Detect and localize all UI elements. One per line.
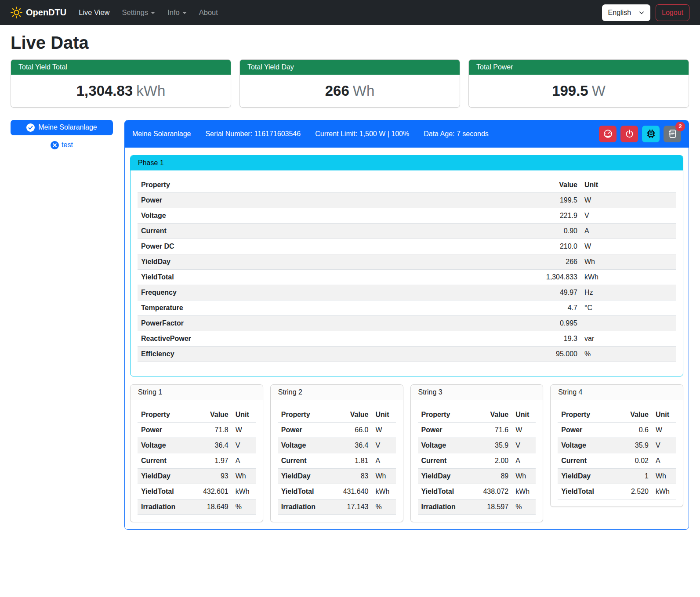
- brand-link[interactable]: OpenDTU: [11, 7, 66, 18]
- value-cell: 438.072: [472, 484, 512, 499]
- logout-button[interactable]: Logout: [656, 4, 689, 21]
- power-button[interactable]: [620, 126, 638, 142]
- card-value: 199.5: [552, 83, 588, 99]
- property-cell: YieldDay: [138, 468, 192, 484]
- value-cell: 266: [530, 254, 581, 269]
- sidebar-item-test[interactable]: test: [11, 141, 113, 149]
- value-cell: 0.6: [612, 422, 652, 438]
- column-value: Value: [192, 407, 232, 423]
- table-row: Voltage 221.9 V: [138, 208, 676, 223]
- card-value: 1,304.83: [76, 83, 133, 99]
- column-value: Value: [472, 407, 512, 423]
- table-row: YieldDay 89 Wh: [418, 468, 536, 484]
- column-property: Property: [558, 407, 612, 423]
- value-cell: 4.7: [530, 300, 581, 315]
- string-title: String 2: [271, 385, 403, 400]
- unit-cell: kWh: [512, 484, 536, 499]
- property-cell: Power DC: [138, 239, 530, 254]
- unit-cell: %: [232, 499, 256, 514]
- caret-down-icon: [182, 12, 187, 14]
- navbar: OpenDTU Live View Settings Info About En…: [0, 0, 700, 25]
- table-row: Irradiation 18.597 %: [418, 499, 536, 514]
- page-title: Live Data: [11, 33, 689, 53]
- strings-row: String 1 Property Value Unit: [130, 384, 683, 522]
- column-unit: Unit: [581, 177, 676, 193]
- value-cell: 17.143: [332, 499, 372, 514]
- inverter-select-label: Meine Solaranlage: [38, 123, 97, 131]
- property-cell: ReactivePower: [138, 331, 530, 346]
- property-cell: Current: [558, 453, 612, 468]
- property-cell: Voltage: [278, 438, 332, 453]
- value-cell: 221.9: [530, 208, 581, 223]
- nav-links: Live View Settings Info About: [73, 5, 224, 20]
- table-row: Power 199.5 W: [138, 192, 676, 208]
- card-unit: kWh: [136, 83, 165, 99]
- column-value: Value: [612, 407, 652, 423]
- inverter-select-button[interactable]: Meine Solaranlage: [11, 120, 113, 135]
- table-row: Frequency 49.97 Hz: [138, 285, 676, 300]
- unit-cell: A: [581, 223, 676, 239]
- nav-item-settings[interactable]: Settings: [116, 5, 162, 20]
- value-cell: 210.0: [530, 239, 581, 254]
- value-cell: 18.597: [472, 499, 512, 514]
- table-row: Power 66.0 W: [278, 422, 396, 438]
- value-cell: 93: [192, 468, 232, 484]
- card-title: Total Yield Total: [11, 60, 231, 75]
- value-cell: 431.640: [332, 484, 372, 499]
- card-unit: W: [592, 83, 606, 99]
- x-circle-icon[interactable]: [51, 141, 59, 149]
- property-cell: YieldDay: [138, 254, 530, 269]
- property-cell: Current: [138, 223, 530, 239]
- unit-cell: var: [581, 331, 676, 346]
- nav-item-info[interactable]: Info: [161, 5, 193, 20]
- events-button[interactable]: 2: [664, 126, 681, 142]
- property-cell: Current: [138, 453, 192, 468]
- column-unit: Unit: [652, 407, 676, 423]
- value-cell: 1.97: [192, 453, 232, 468]
- unit-cell: W: [512, 422, 536, 438]
- table-row: YieldTotal 1,304.833 kWh: [138, 269, 676, 285]
- inverter-info-button[interactable]: [642, 126, 660, 142]
- table-row: Power 71.6 W: [418, 422, 536, 438]
- table-row: Current 1.97 A: [138, 453, 256, 468]
- unit-cell: A: [652, 453, 676, 468]
- value-cell: 89: [472, 468, 512, 484]
- table-row: Voltage 36.4 V: [138, 438, 256, 453]
- event-count-badge: 2: [675, 122, 685, 131]
- table-row: YieldDay 83 Wh: [278, 468, 396, 484]
- inverter-sidebar: Meine Solaranlage test: [11, 120, 113, 149]
- table-row: Current 1.81 A: [278, 453, 396, 468]
- table-row: YieldTotal 432.601 kWh: [138, 484, 256, 499]
- value-cell: 2.00: [472, 453, 512, 468]
- sun-icon: [11, 7, 22, 18]
- unit-cell: Wh: [512, 468, 536, 484]
- phase-card: Phase 1 Property Value Unit Power: [130, 155, 683, 376]
- unit-cell: %: [372, 499, 396, 514]
- page: Live Data Total Yield Total 1,304.83kWh …: [0, 33, 700, 536]
- property-cell: YieldDay: [278, 468, 332, 484]
- table-row: Irradiation 18.649 %: [138, 499, 256, 514]
- card-total-yield-day: Total Yield Day 266Wh: [239, 59, 460, 108]
- language-select[interactable]: English: [602, 4, 650, 21]
- property-cell: Power: [278, 422, 332, 438]
- power-icon: [625, 129, 634, 138]
- table-row: Temperature 4.7 °C: [138, 300, 676, 315]
- card-total-power: Total Power 199.5W: [468, 59, 689, 108]
- check-circle-icon: [26, 123, 35, 132]
- column-unit: Unit: [232, 407, 256, 423]
- unit-cell: kWh: [232, 484, 256, 499]
- nav-item-live-view[interactable]: Live View: [73, 5, 116, 20]
- brand-label: OpenDTU: [26, 7, 66, 18]
- table-row: YieldDay 93 Wh: [138, 468, 256, 484]
- column-unit: Unit: [512, 407, 536, 423]
- column-unit: Unit: [372, 407, 396, 423]
- limit-settings-button[interactable]: [599, 126, 617, 142]
- property-cell: Current: [278, 453, 332, 468]
- table-row: Voltage 35.9 V: [558, 438, 676, 453]
- table-row: YieldDay 266 Wh: [138, 254, 676, 269]
- nav-item-about[interactable]: About: [193, 5, 224, 20]
- table-row: YieldTotal 431.640 kWh: [278, 484, 396, 499]
- card-total-yield-total: Total Yield Total 1,304.83kWh: [11, 59, 231, 108]
- unit-cell: W: [232, 422, 256, 438]
- summary-cards: Total Yield Total 1,304.83kWh Total Yiel…: [11, 59, 689, 108]
